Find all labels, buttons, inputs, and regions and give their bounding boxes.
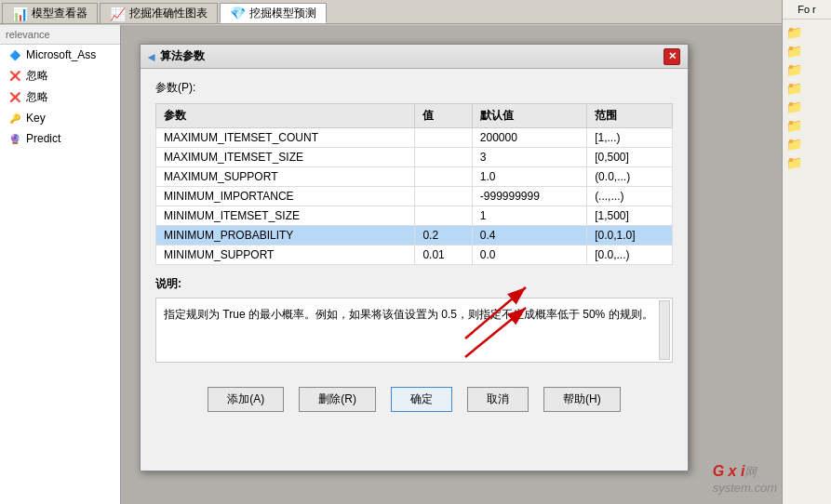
table-row[interactable]: MINIMUM_PROBABILITY0.20.4[0.0,1.0]: [156, 226, 673, 245]
col-header-default: 默认值: [472, 104, 586, 128]
col-header-range: 范围: [587, 104, 673, 128]
param-default-cell: -999999999: [472, 187, 586, 206]
folder-item-6[interactable]: 📁: [784, 116, 829, 135]
param-value-cell[interactable]: 0.2: [415, 226, 472, 245]
right-panel-header-text: Fo r: [797, 4, 816, 15]
dialog-close-button[interactable]: ✕: [663, 48, 680, 65]
sidebar-microsoft-ass-label: Microsoft_Ass: [26, 48, 96, 61]
param-range-cell: [0.0,...): [587, 245, 673, 265]
table-header-row: 参数 值 默认值 范围: [156, 104, 673, 128]
gxi-logo: G x i: [713, 463, 745, 479]
folder-item-8[interactable]: 📁: [784, 153, 829, 172]
param-name-cell: MAXIMUM_ITEMSET_COUNT: [156, 128, 415, 148]
param-range-cell: (...,...): [587, 187, 673, 206]
param-range-cell: [1,...): [587, 128, 673, 148]
sidebar-item-ignore-1[interactable]: ❌ 忽略: [0, 65, 120, 86]
param-default-cell: 200000: [472, 128, 586, 148]
folder-item-7[interactable]: 📁: [784, 135, 829, 153]
folder-item-4[interactable]: 📁: [784, 79, 829, 98]
dialog-body: 参数(P): 参数 值 默认值 范围 MAXIMUM_ITEMSET_COUNT…: [141, 69, 688, 434]
param-range-cell: [0,500]: [587, 148, 673, 167]
sidebar-key-icon: 🔑: [7, 111, 22, 126]
col-header-param: 参数: [156, 104, 415, 128]
sidebar-item-predict[interactable]: 🔮 Predict: [0, 128, 120, 149]
tab-accuracy-chart[interactable]: 📈 挖掘准确性图表: [100, 3, 218, 23]
tab-model-predict-icon: 💎: [230, 6, 246, 20]
sidebar-ignore-2-label: 忽略: [26, 89, 48, 105]
description-label: 说明:: [155, 276, 673, 292]
param-default-cell: 0.0: [472, 245, 586, 265]
dialog-overlay: ◂ 算法参数 ✕ 参数(P): 参数 值 默认值 范围 MAXIMUM_I: [121, 25, 782, 504]
param-name-cell: MINIMUM_SUPPORT: [156, 245, 415, 265]
col-header-value: 值: [415, 104, 472, 128]
folder-icon-8: 📁: [786, 155, 802, 170]
params-label: 参数(P):: [155, 80, 673, 96]
params-table: 参数 值 默认值 范围 MAXIMUM_ITEMSET_COUNT200000[…: [155, 103, 673, 265]
folder-icon-6: 📁: [786, 118, 802, 133]
help-button[interactable]: 帮助(H): [543, 387, 621, 412]
folder-icon-2: 📁: [786, 44, 802, 59]
cancel-button[interactable]: 取消: [467, 387, 529, 412]
param-name-cell: MINIMUM_IMPORTANCE: [156, 187, 415, 206]
table-row[interactable]: MAXIMUM_ITEMSET_COUNT200000[1,...): [156, 128, 673, 148]
dialog-titlebar: ◂ 算法参数 ✕: [141, 45, 688, 69]
param-default-cell: 1.0: [472, 167, 586, 187]
description-box: 指定规则为 True 的最小概率。例如，如果将该值设置为 0.5，则指定不生成概…: [155, 298, 673, 363]
folder-item-2[interactable]: 📁: [784, 42, 829, 60]
sidebar-ignore-1-label: 忽略: [26, 68, 48, 84]
sidebar-item-ignore-2[interactable]: ❌ 忽略: [0, 86, 120, 108]
param-range-cell: (0.0,...): [587, 167, 673, 187]
param-value-cell[interactable]: [415, 128, 472, 148]
dialog-buttons: 添加(A) 删除(R) 确定 取消 帮助(H): [155, 378, 673, 423]
folder-item-5[interactable]: 📁: [784, 98, 829, 116]
sidebar-model-icon: 🔷: [7, 47, 22, 62]
table-row[interactable]: MAXIMUM_SUPPORT1.0(0.0,...): [156, 167, 673, 187]
folder-item-3[interactable]: 📁: [784, 60, 829, 79]
sidebar-item-microsoft-ass[interactable]: 🔷 Microsoft_Ass: [0, 45, 120, 65]
right-panel: Fo r 📁 📁 📁 📁 📁 📁 📁 📁: [782, 0, 831, 504]
param-name-cell: MAXIMUM_ITEMSET_SIZE: [156, 148, 415, 167]
tab-model-predict[interactable]: 💎 挖掘模型预测: [220, 3, 327, 23]
algorithm-params-dialog: ◂ 算法参数 ✕ 参数(P): 参数 值 默认值 范围 MAXIMUM_I: [140, 44, 689, 471]
param-value-cell[interactable]: [415, 206, 472, 226]
folder-item-1[interactable]: 📁: [784, 23, 829, 42]
tab-model-viewer[interactable]: 📊 模型查看器: [2, 3, 98, 23]
param-name-cell: MAXIMUM_SUPPORT: [156, 167, 415, 187]
confirm-button[interactable]: 确定: [391, 387, 452, 412]
param-value-cell[interactable]: [415, 187, 472, 206]
delete-button[interactable]: 删除(R): [299, 387, 376, 412]
folder-tree: 📁 📁 📁 📁 📁 📁 📁 📁: [783, 20, 831, 176]
param-name-cell: MINIMUM_PROBABILITY: [156, 226, 415, 245]
sidebar-predict-label: Predict: [26, 132, 60, 145]
tab-model-viewer-label: 模型查看器: [32, 6, 87, 21]
description-scrollbar[interactable]: [659, 300, 670, 360]
tab-bar: 📊 模型查看器 📈 挖掘准确性图表 💎 挖掘模型预测: [0, 0, 782, 24]
sidebar-ignore-2-icon: ❌: [7, 90, 22, 105]
description-section: 说明: 指定规则为 True 的最小概率。例如，如果将该值设置为 0.5，则指定…: [155, 276, 673, 363]
table-row[interactable]: MINIMUM_IMPORTANCE-999999999(...,...): [156, 187, 673, 206]
table-row[interactable]: MINIMUM_ITEMSET_SIZE1[1,500]: [156, 206, 673, 226]
folder-icon-7: 📁: [786, 137, 802, 152]
sidebar-item-key[interactable]: 🔑 Key: [0, 108, 120, 128]
folder-icon-3: 📁: [786, 62, 802, 77]
param-default-cell: 0.4: [472, 226, 586, 245]
sidebar-key-label: Key: [26, 112, 46, 125]
param-value-cell[interactable]: [415, 148, 472, 167]
tab-accuracy-chart-icon: 📈: [110, 7, 126, 21]
param-value-cell[interactable]: 0.01: [415, 245, 472, 265]
sidebar-ignore-1-icon: ❌: [7, 69, 22, 84]
tab-model-predict-label: 挖掘模型预测: [249, 6, 316, 21]
folder-icon-5: 📁: [786, 99, 802, 114]
param-range-cell: [1,500]: [587, 206, 673, 226]
folder-icon-4: 📁: [786, 81, 802, 96]
table-row[interactable]: MINIMUM_SUPPORT0.010.0[0.0,...): [156, 245, 673, 265]
folder-icon-1: 📁: [786, 25, 802, 40]
param-name-cell: MINIMUM_ITEMSET_SIZE: [156, 206, 415, 226]
right-panel-header: Fo r: [783, 0, 831, 20]
param-value-cell[interactable]: [415, 167, 472, 187]
sidebar-header: relevance: [0, 25, 120, 45]
dialog-title-icon: ◂: [148, 49, 154, 64]
sidebar-predict-icon: 🔮: [7, 131, 22, 146]
table-row[interactable]: MAXIMUM_ITEMSET_SIZE3[0,500]: [156, 148, 673, 167]
add-button[interactable]: 添加(A): [208, 387, 284, 412]
